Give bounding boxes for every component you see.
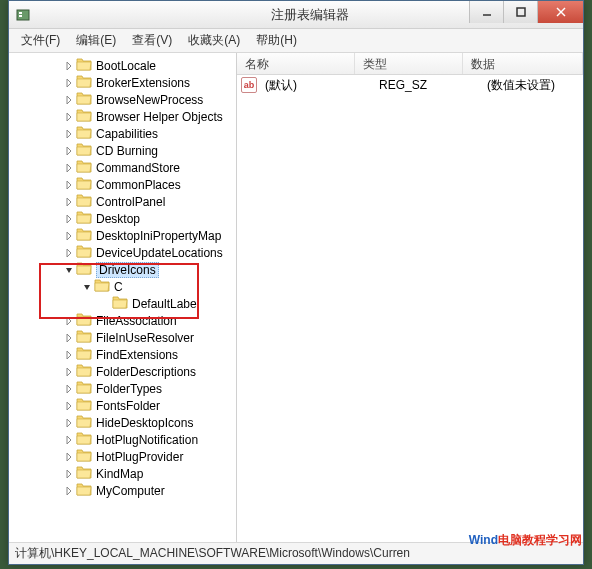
expander-icon[interactable] [63, 264, 75, 276]
tree-item[interactable]: Capabilities [9, 125, 236, 142]
expander-icon[interactable] [63, 196, 75, 208]
col-data[interactable]: 数据 [463, 53, 583, 74]
expander-icon[interactable] [63, 60, 75, 72]
svg-rect-4 [517, 8, 525, 16]
tree-label: FileAssociation [96, 314, 177, 328]
folder-icon [76, 431, 96, 448]
tree-item[interactable]: HideDesktopIcons [9, 414, 236, 431]
tree-item[interactable]: DesktopIniPropertyMap [9, 227, 236, 244]
menu-view[interactable]: 查看(V) [124, 29, 180, 52]
expander-icon[interactable] [63, 468, 75, 480]
expander-icon[interactable] [63, 230, 75, 242]
folder-icon [76, 74, 96, 91]
maximize-button[interactable] [503, 1, 537, 23]
tree-item[interactable]: KindMap [9, 465, 236, 482]
tree-item[interactable]: BrokerExtensions [9, 74, 236, 91]
tree-item[interactable]: FileInUseResolver [9, 329, 236, 346]
folder-icon [76, 159, 96, 176]
tree-item[interactable]: MyComputer [9, 482, 236, 499]
tree-item[interactable]: FolderDescriptions [9, 363, 236, 380]
expander-icon[interactable] [63, 400, 75, 412]
menu-edit[interactable]: 编辑(E) [68, 29, 124, 52]
expander-none [99, 298, 111, 310]
tree-label: CD Burning [96, 144, 158, 158]
list-header: 名称 类型 数据 [237, 53, 583, 75]
tree: BootLocaleBrokerExtensionsBrowseNewProce… [9, 53, 236, 503]
list-panel[interactable]: 名称 类型 数据 ab(默认)REG_SZ(数值未设置) [237, 53, 583, 542]
tree-label: Desktop [96, 212, 140, 226]
menubar: 文件(F) 编辑(E) 查看(V) 收藏夹(A) 帮助(H) [9, 29, 583, 53]
tree-label: BrokerExtensions [96, 76, 190, 90]
tree-item[interactable]: CD Burning [9, 142, 236, 159]
tree-item[interactable]: Desktop [9, 210, 236, 227]
folder-icon [76, 363, 96, 380]
cell-type: REG_SZ [375, 78, 483, 92]
tree-label: FindExtensions [96, 348, 178, 362]
expander-icon[interactable] [63, 417, 75, 429]
tree-item[interactable]: CommandStore [9, 159, 236, 176]
col-name[interactable]: 名称 [237, 53, 355, 74]
tree-item[interactable]: DriveIcons [9, 261, 236, 278]
folder-icon [76, 448, 96, 465]
expander-icon[interactable] [63, 179, 75, 191]
cell-name: (默认) [261, 77, 375, 94]
expander-icon[interactable] [63, 128, 75, 140]
tree-item[interactable]: CommonPlaces [9, 176, 236, 193]
tree-item[interactable]: HotPlugNotification [9, 431, 236, 448]
tree-item[interactable]: FolderTypes [9, 380, 236, 397]
content-area: BootLocaleBrokerExtensionsBrowseNewProce… [9, 53, 583, 542]
col-type[interactable]: 类型 [355, 53, 463, 74]
expander-icon[interactable] [63, 485, 75, 497]
expander-icon[interactable] [63, 434, 75, 446]
tree-item[interactable]: HotPlugProvider [9, 448, 236, 465]
tree-item[interactable]: BootLocale [9, 57, 236, 74]
expander-icon[interactable] [63, 145, 75, 157]
tree-label: MyComputer [96, 484, 165, 498]
folder-icon [94, 278, 114, 295]
folder-icon [76, 329, 96, 346]
close-button[interactable] [537, 1, 583, 23]
folder-icon [76, 380, 96, 397]
tree-item[interactable]: FileAssociation [9, 312, 236, 329]
tree-item[interactable]: DeviceUpdateLocations [9, 244, 236, 261]
tree-panel[interactable]: BootLocaleBrokerExtensionsBrowseNewProce… [9, 53, 237, 542]
tree-item[interactable]: C [9, 278, 236, 295]
folder-icon [76, 414, 96, 431]
app-icon [15, 7, 31, 23]
expander-icon[interactable] [63, 349, 75, 361]
expander-icon[interactable] [63, 332, 75, 344]
expander-icon[interactable] [63, 247, 75, 259]
tree-label: FolderTypes [96, 382, 162, 396]
expander-icon[interactable] [63, 315, 75, 327]
titlebar[interactable]: 注册表编辑器 [9, 1, 583, 29]
expander-icon[interactable] [63, 383, 75, 395]
expander-icon[interactable] [63, 94, 75, 106]
tree-label: DefaultLabel [132, 297, 199, 311]
tree-item[interactable]: FontsFolder [9, 397, 236, 414]
list-row[interactable]: ab(默认)REG_SZ(数值未设置) [237, 75, 583, 95]
menu-favorites[interactable]: 收藏夹(A) [180, 29, 248, 52]
tree-label: HotPlugProvider [96, 450, 183, 464]
expander-icon[interactable] [63, 77, 75, 89]
expander-icon[interactable] [81, 281, 93, 293]
tree-label: CommandStore [96, 161, 180, 175]
menu-file[interactable]: 文件(F) [13, 29, 68, 52]
tree-item[interactable]: Browser Helper Objects [9, 108, 236, 125]
tree-item[interactable]: DefaultLabel [9, 295, 236, 312]
folder-icon [76, 346, 96, 363]
menu-help[interactable]: 帮助(H) [248, 29, 305, 52]
tree-item[interactable]: FindExtensions [9, 346, 236, 363]
minimize-button[interactable] [469, 1, 503, 23]
watermark-blue: Wind [469, 533, 498, 547]
expander-icon[interactable] [63, 213, 75, 225]
tree-item[interactable]: ControlPanel [9, 193, 236, 210]
string-value-icon: ab [241, 77, 257, 93]
tree-item[interactable]: BrowseNewProcess [9, 91, 236, 108]
expander-icon[interactable] [63, 366, 75, 378]
folder-icon [76, 397, 96, 414]
expander-icon[interactable] [63, 111, 75, 123]
expander-icon[interactable] [63, 451, 75, 463]
folder-icon [76, 142, 96, 159]
regedit-window: 注册表编辑器 文件(F) 编辑(E) 查看(V) 收藏夹(A) 帮助(H) Bo… [8, 0, 584, 565]
expander-icon[interactable] [63, 162, 75, 174]
